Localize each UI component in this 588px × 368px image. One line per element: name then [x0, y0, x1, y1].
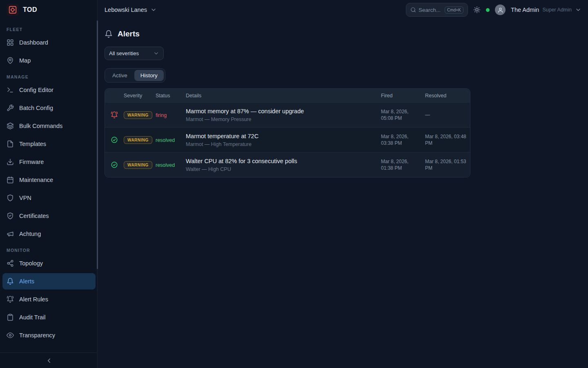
fired-time: Mar 8, 2026, 05:08 PM [381, 108, 425, 121]
sidebar-collapse-button[interactable] [45, 357, 53, 364]
severity-filter-value: All severities [109, 50, 139, 56]
sidebar-item-config-editor[interactable]: Config Editor [2, 82, 96, 98]
sidebar-section-label-manage: MANAGE [2, 74, 96, 79]
fired-time: Mar 8, 2026, 03:38 PM [381, 133, 425, 146]
theme-toggle-button[interactable] [473, 6, 481, 13]
sidebar-item-batch-config[interactable]: Batch Config [2, 100, 96, 116]
resolved-time: Mar 8, 2026, 01:53 PM [425, 158, 470, 171]
file-icon [7, 140, 14, 148]
sidebar-item-label: Topology [19, 260, 43, 267]
sidebar-item-label: Maintenance [19, 177, 53, 183]
sidebar-item-label: Batch Config [19, 105, 53, 111]
fired-time: Mar 8, 2026, 01:38 PM [381, 158, 425, 171]
search-icon [410, 7, 416, 13]
sidebar-item-dashboard[interactable]: Dashboard [2, 34, 96, 51]
topology-icon [7, 260, 14, 267]
sun-icon [473, 6, 481, 13]
severity-filter-select[interactable]: All severities [105, 47, 164, 60]
chevron-down-icon [150, 7, 157, 13]
search-shortcut-kbd: Cmd+K [445, 7, 463, 13]
user-icon [497, 7, 503, 13]
search-input[interactable] [419, 7, 442, 13]
tab-active[interactable]: Active [106, 70, 134, 81]
column-header-details: Details [186, 93, 381, 99]
sidebar-item-transparency[interactable]: Transparency [2, 327, 96, 343]
user-role: Super Admin [542, 7, 572, 13]
calendar-icon [7, 176, 14, 184]
page-header: Alerts [105, 29, 581, 38]
table-row[interactable]: WARNINGfiringMarmot memory at 87% — cons… [105, 102, 470, 127]
sidebar-item-label: Alert Rules [19, 296, 48, 303]
sidebar-item-label: Transparency [19, 332, 55, 339]
column-header-resolved: Resolved [425, 93, 470, 99]
sidebar-item-topology[interactable]: Topology [2, 255, 96, 272]
org-selector[interactable]: Lebowski Lanes [105, 7, 157, 13]
alert-subtitle: Marmot — Memory Pressure [186, 117, 374, 122]
table-header-row: SeverityStatusDetailsFiredResolved [105, 89, 470, 102]
org-name: Lebowski Lanes [105, 7, 147, 13]
layers-icon [7, 122, 14, 130]
bell-icon [7, 278, 14, 285]
eye-icon [7, 332, 14, 339]
resolved-time: Mar 8, 2026, 03:48 PM [425, 133, 470, 146]
alert-title: Marmot temperature at 72C [186, 133, 374, 139]
sidebar: TOD FLEETDashboardMapMANAGEConfig Editor… [0, 0, 98, 368]
sidebar-scrollbar-thumb[interactable] [97, 20, 98, 269]
sidebar-item-alerts[interactable]: Alerts [2, 273, 96, 289]
sidebar-item-label: VPN [19, 195, 31, 201]
chevron-down-icon [153, 50, 159, 56]
sidebar-nav: FLEETDashboardMapMANAGEConfig EditorBatc… [0, 20, 98, 352]
severity-badge: WARNING [124, 161, 152, 169]
page-content: Alerts All severities Active History Sev… [98, 20, 588, 184]
sidebar-item-alert-rules[interactable]: Alert Rules [2, 291, 96, 307]
avatar[interactable] [495, 4, 506, 15]
topbar-right: Cmd+K The Admin Super Admin [406, 3, 581, 17]
sidebar-item-templates[interactable]: Templates [2, 136, 96, 152]
table-row[interactable]: WARNINGresolvedWalter CPU at 82% for 3 c… [105, 152, 470, 177]
sidebar-item-maintenance[interactable]: Maintenance [2, 172, 96, 188]
sidebar-item-label: Firmware [19, 159, 44, 165]
sidebar-item-label: Audit Trail [19, 314, 45, 321]
chevron-down-icon [575, 7, 581, 13]
terminal-icon [7, 86, 14, 94]
clipboard-icon [7, 314, 14, 321]
main-area: Lebowski Lanes Cmd+K [98, 0, 588, 368]
table-row[interactable]: WARNINGresolvedMarmot temperature at 72C… [105, 127, 470, 152]
app-root: TOD FLEETDashboardMapMANAGEConfig Editor… [0, 0, 588, 368]
sidebar-item-label: Alerts [19, 278, 34, 285]
sidebar-item-label: Certificates [19, 213, 49, 219]
alert-title: Marmot memory at 87% — consider upgrade [186, 108, 374, 114]
sidebar-item-achtung[interactable]: Achtung [2, 226, 96, 242]
tab-history[interactable]: History [134, 70, 164, 81]
status-text: resolved [156, 162, 175, 168]
alerts-tabs: Active History [105, 68, 165, 83]
chevron-left-icon [45, 357, 53, 364]
shield-icon [7, 194, 14, 202]
bell-ring-icon [7, 296, 14, 303]
alerts-table: SeverityStatusDetailsFiredResolvedWARNIN… [105, 88, 470, 177]
sidebar-item-bulk-commands[interactable]: Bulk Commands [2, 118, 96, 134]
sidebar-item-label: Dashboard [19, 39, 48, 46]
topbar: Lebowski Lanes Cmd+K [98, 0, 588, 20]
resolved-time: — [425, 112, 470, 118]
sidebar-item-audit-trail[interactable]: Audit Trail [2, 309, 96, 325]
sidebar-section-label-monitor: MONITOR [2, 248, 96, 253]
brand-name: TOD [23, 6, 37, 13]
sidebar-item-vpn[interactable]: VPN [2, 190, 96, 206]
sidebar-item-label: Bulk Commands [19, 123, 62, 129]
sidebar-section-label-fleet: FLEET [2, 27, 96, 32]
user-menu[interactable]: The Admin Super Admin [511, 7, 581, 13]
sidebar-item-certificates[interactable]: Certificates [2, 208, 96, 224]
severity-badge: WARNING [124, 136, 152, 144]
status-text: firing [156, 112, 167, 118]
bell-ring-icon [111, 111, 118, 119]
check-circle-icon [111, 161, 118, 168]
sidebar-footer [0, 352, 98, 368]
sidebar-item-firmware[interactable]: Firmware [2, 154, 96, 170]
search-box[interactable]: Cmd+K [406, 3, 468, 17]
alert-subtitle: Marmot — High Temperature [186, 141, 374, 147]
column-header-status: Status [156, 93, 186, 99]
alert-title: Walter CPU at 82% for 3 consecutive poll… [186, 158, 374, 164]
sidebar-item-map[interactable]: Map [2, 52, 96, 69]
user-name: The Admin [511, 7, 539, 13]
